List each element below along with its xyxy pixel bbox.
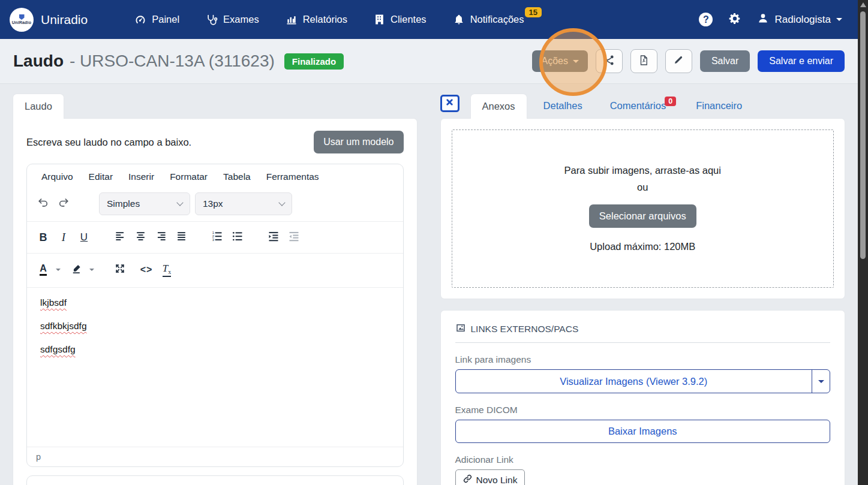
- undo-button[interactable]: [33, 194, 53, 214]
- question-icon: ?: [703, 14, 709, 25]
- element-path[interactable]: p: [36, 452, 41, 462]
- chevron-down-icon[interactable]: [89, 269, 94, 271]
- bullet-list-button[interactable]: [227, 227, 248, 248]
- bold-button[interactable]: B: [33, 227, 53, 248]
- attachments-card: Para subir imagens, arraste-as aqui ou S…: [440, 118, 846, 299]
- image-icon: [455, 323, 466, 336]
- collapse-panel-button[interactable]: [440, 95, 459, 112]
- save-button[interactable]: Salvar: [700, 50, 750, 72]
- fullscreen-button[interactable]: [110, 260, 130, 280]
- menu-ferramentas[interactable]: Ferramentas: [260, 170, 325, 184]
- view-images-button[interactable]: Visualizar Imagens (Viewer 3.9.2): [456, 370, 812, 393]
- menu-arquivo[interactable]: Arquivo: [35, 170, 79, 184]
- scroll-up-arrow-icon[interactable]: [860, 2, 866, 7]
- scrollbar-thumb[interactable]: [860, 11, 866, 259]
- undo-icon: [37, 197, 49, 212]
- comments-count-badge: 0: [665, 97, 676, 106]
- indent-button[interactable]: [263, 227, 284, 248]
- tab-comentarios[interactable]: Comentários0: [599, 94, 680, 118]
- clear-formatting-button[interactable]: Tx: [157, 260, 177, 280]
- upload-max-text: Upload máximo: 120MB: [590, 241, 695, 252]
- next-section-box: [26, 475, 404, 485]
- chevron-down-icon: [818, 380, 824, 383]
- bullet-list-icon: [232, 230, 244, 245]
- user-icon: [757, 12, 769, 27]
- highlighter-icon: [71, 263, 83, 277]
- brand[interactable]: UniRadio Uniradio: [10, 8, 88, 32]
- pdf-button[interactable]: [630, 49, 657, 73]
- tab-detalhes[interactable]: Detalhes: [532, 94, 594, 118]
- link-icon: [463, 474, 472, 485]
- chevron-down-icon: [176, 199, 183, 206]
- editor-line: lkjbsdf: [40, 297, 67, 308]
- brand-name: Uniradio: [41, 13, 88, 27]
- viewer-dropdown-toggle[interactable]: [812, 370, 830, 393]
- user-menu[interactable]: Radiologista: [757, 12, 842, 27]
- underline-button[interactable]: U: [74, 227, 94, 248]
- page-header: Laudo - URSO-CAN-13A (311623) Finalizado…: [0, 39, 858, 84]
- align-left-button[interactable]: [110, 227, 130, 248]
- chevron-down-icon: [836, 18, 842, 21]
- tab-financeiro[interactable]: Financeiro: [684, 94, 753, 118]
- highlight-color-button[interactable]: [67, 260, 87, 280]
- menu-inserir[interactable]: Inserir: [122, 170, 160, 184]
- tab-anexos[interactable]: Anexos: [470, 94, 527, 119]
- menu-tabela[interactable]: Tabela: [217, 170, 257, 184]
- align-right-icon: [155, 230, 167, 245]
- download-images-button[interactable]: Baixar Imagens: [455, 420, 831, 443]
- stethoscope-icon: [206, 14, 218, 26]
- align-center-icon: [135, 230, 146, 245]
- italic-button[interactable]: I: [53, 227, 74, 248]
- viewer-split-button: Visualizar Imagens (Viewer 3.9.2): [455, 369, 831, 393]
- chevron-down-icon[interactable]: [56, 269, 61, 271]
- outdent-button[interactable]: [284, 227, 304, 248]
- save-send-button[interactable]: Salvar e enviar: [758, 50, 845, 72]
- tab-laudo[interactable]: Laudo: [13, 94, 64, 119]
- editor-line: sdfgsdfg: [40, 344, 76, 355]
- source-code-button[interactable]: <>: [136, 260, 157, 280]
- edit-button[interactable]: [665, 49, 692, 73]
- menu-editar[interactable]: Editar: [83, 170, 119, 184]
- text-color-icon: A: [40, 264, 47, 276]
- gauge-icon: [134, 14, 146, 26]
- link-images-label: Link para imagens: [455, 354, 831, 365]
- ordered-list-button[interactable]: 123: [207, 227, 227, 248]
- nav-item-notificacoes[interactable]: Notificações 15: [453, 14, 542, 26]
- bar-chart-icon: [286, 14, 298, 26]
- text-color-button[interactable]: A: [33, 260, 53, 280]
- justify-button[interactable]: [171, 227, 191, 248]
- select-files-button[interactable]: Selecionar arquivos: [589, 204, 696, 228]
- share-button[interactable]: [596, 49, 623, 73]
- new-link-button[interactable]: Novo Link: [455, 469, 525, 485]
- page-title: Laudo: [13, 52, 64, 71]
- clear-formatting-icon: Tx: [163, 263, 171, 276]
- share-icon: [603, 55, 615, 68]
- laudo-card: Escreva seu laudo no campo a baixo. Usar…: [13, 118, 418, 485]
- vertical-scrollbar[interactable]: [858, 0, 868, 485]
- align-right-button[interactable]: [151, 227, 171, 248]
- font-size-select[interactable]: 13px: [195, 192, 292, 215]
- block-format-select[interactable]: Simples: [99, 192, 190, 215]
- fullscreen-icon: [114, 263, 126, 278]
- redo-icon: [58, 197, 70, 212]
- links-section-title: LINKS EXTERNOS/PACS: [471, 324, 579, 335]
- nav-item-painel[interactable]: Painel: [134, 14, 179, 26]
- nav-item-relatorios[interactable]: Relatórios: [286, 14, 347, 26]
- menu-formatar[interactable]: Formatar: [164, 170, 214, 184]
- editor-content[interactable]: lkjbsdf sdfkbkjsdfg sdfgsdfg: [27, 288, 403, 447]
- use-template-button[interactable]: Usar um modelo: [314, 131, 403, 153]
- bell-icon: [453, 14, 465, 26]
- hospital-icon: [374, 14, 385, 25]
- settings-button[interactable]: [728, 12, 741, 28]
- editor-line: sdfkbkjsdfg: [40, 321, 87, 332]
- help-button[interactable]: ?: [699, 13, 713, 26]
- acoes-button[interactable]: Ações: [532, 50, 587, 72]
- upload-dropzone[interactable]: Para subir imagens, arraste-as aqui ou S…: [452, 129, 834, 288]
- chevron-down-icon: [573, 60, 579, 63]
- nav-item-clientes[interactable]: Clientes: [374, 14, 427, 25]
- nav-item-exames[interactable]: Exames: [206, 14, 259, 26]
- external-links-card: LINKS EXTERNOS/PACS Link para imagens Vi…: [440, 310, 846, 485]
- align-center-button[interactable]: [130, 227, 151, 248]
- top-navbar: UniRadio Uniradio Painel Exames Relatóri…: [0, 0, 858, 39]
- redo-button[interactable]: [53, 194, 74, 214]
